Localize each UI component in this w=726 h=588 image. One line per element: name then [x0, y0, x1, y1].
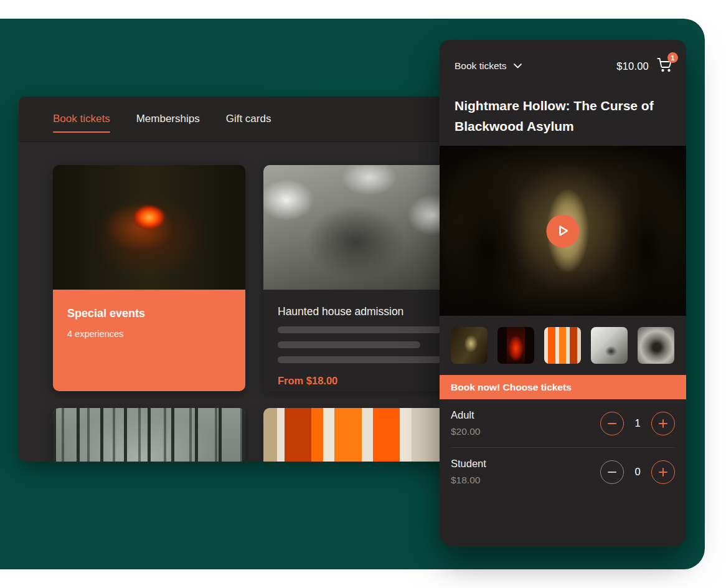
minus-icon	[608, 423, 616, 424]
gallery-thumbnails	[440, 316, 686, 375]
tab-memberships[interactable]: Memberships	[136, 97, 200, 141]
cart-count-badge: 1	[667, 52, 678, 63]
forest-image	[53, 408, 245, 462]
haunted-house-card[interactable]: Haunted house admission From $18.00	[263, 165, 456, 391]
ticket-price: $20.00	[451, 426, 480, 437]
quantity-stepper: 1	[600, 412, 675, 435]
ticket-info: Adult $20.00	[451, 409, 480, 437]
ticket-type: Student	[451, 458, 486, 470]
cart-button[interactable]: 1	[657, 57, 672, 75]
page-background: Book tickets Memberships Gift cards Spec…	[0, 0, 726, 588]
event-video-hero	[440, 146, 686, 316]
ticket-quantity: 0	[632, 466, 643, 478]
quantity-stepper: 0	[600, 460, 675, 484]
play-icon	[556, 224, 570, 239]
ticket-price: $18.00	[451, 475, 486, 486]
decrease-button[interactable]	[600, 460, 624, 484]
cart-summary: $10.00 1	[616, 57, 672, 75]
pumpkin-figure-image	[53, 165, 245, 290]
special-events-card[interactable]: Special events 4 experiences	[53, 165, 245, 391]
card-title: Haunted house admission	[278, 305, 441, 318]
card-price: From $18.00	[278, 375, 441, 387]
card-subtitle: 4 experiences	[67, 329, 231, 339]
booking-panel: Book tickets $10.00 1 Nightmare Hollow: …	[440, 40, 686, 547]
booking-header: Book tickets $10.00 1	[440, 40, 686, 75]
staircase-image	[263, 165, 456, 290]
text-placeholder-line	[278, 341, 420, 348]
ticket-info: Student $18.00	[451, 458, 486, 486]
tab-book-tickets[interactable]: Book tickets	[53, 97, 110, 141]
book-now-banner: Book now! Choose tickets	[440, 375, 686, 399]
play-video-button[interactable]	[547, 214, 580, 247]
tab-gift-cards[interactable]: Gift cards	[226, 97, 271, 141]
gallery-thumbnail[interactable]	[544, 327, 581, 364]
plus-icon	[659, 419, 667, 428]
ticket-type: Adult	[451, 409, 480, 421]
gallery-thumbnail[interactable]	[497, 327, 534, 364]
gallery-thumbnail[interactable]	[591, 327, 628, 364]
plus-icon	[659, 468, 667, 477]
increase-button[interactable]	[651, 460, 675, 484]
burning-windows-image	[263, 408, 456, 462]
book-tickets-dropdown[interactable]: Book tickets	[455, 60, 522, 72]
burning-windows-card[interactable]	[263, 408, 456, 462]
minus-icon	[608, 472, 616, 473]
ticket-row-student: Student $18.00 0	[451, 447, 675, 496]
chevron-down-icon	[514, 64, 522, 69]
text-placeholder-line	[278, 326, 441, 333]
increase-button[interactable]	[651, 412, 675, 435]
gallery-thumbnail[interactable]	[451, 327, 488, 364]
event-title: Nightmare Hollow: The Curse of Blackwood…	[455, 95, 660, 136]
card-title: Special events	[67, 307, 231, 320]
event-card-grid: Special events 4 experiences Haunted hou…	[19, 142, 464, 462]
ticket-quantity: 1	[632, 417, 643, 429]
decrease-button[interactable]	[600, 412, 624, 435]
forest-card[interactable]	[53, 408, 245, 462]
storefront-panel: Book tickets Memberships Gift cards Spec…	[19, 97, 464, 462]
dropdown-label: Book tickets	[455, 60, 507, 72]
special-events-body: Special events 4 experiences	[53, 290, 245, 391]
ticket-row-adult: Adult $20.00 1	[451, 399, 675, 447]
gallery-thumbnail[interactable]	[638, 327, 674, 364]
text-placeholder-line	[278, 356, 441, 363]
haunted-house-body: Haunted house admission From $18.00	[263, 290, 456, 391]
storefront-tabbar: Book tickets Memberships Gift cards	[19, 97, 464, 142]
cart-total: $10.00	[616, 60, 649, 72]
